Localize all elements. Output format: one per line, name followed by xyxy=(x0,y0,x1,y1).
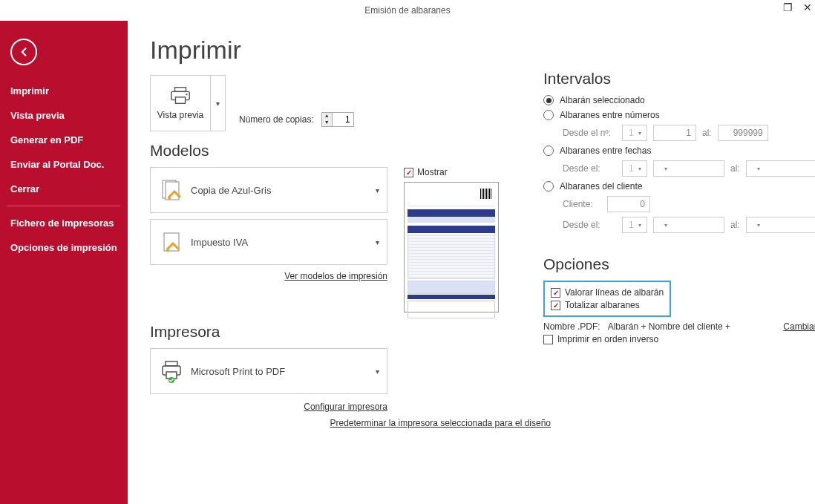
desde-fecha-label: Desde el: xyxy=(563,163,616,174)
hasta-num-input[interactable] xyxy=(718,125,768,141)
link-configurar-impresora[interactable]: Configurar impresora xyxy=(304,402,387,412)
sidebar-separator xyxy=(7,206,120,206)
preview-thumbnail[interactable] xyxy=(404,182,499,312)
svg-rect-9 xyxy=(166,361,177,366)
mostrar-label: Mostrar xyxy=(417,167,448,177)
desde-num-label: Desde el nº: xyxy=(563,128,616,138)
cliente-desde-fecha[interactable]: ▾ xyxy=(653,217,724,233)
svg-rect-5 xyxy=(166,182,179,200)
printer-ok-icon xyxy=(160,359,183,383)
svg-rect-2 xyxy=(175,97,185,103)
checkbox-valorar-label: Valorar líneas de albarán xyxy=(565,287,664,298)
vista-previa-button[interactable]: Vista previa xyxy=(151,76,210,131)
mostrar-checkbox[interactable] xyxy=(404,168,413,177)
vista-previa-split-button: Vista previa ▾ xyxy=(150,75,226,131)
chevron-down-icon: ▾ xyxy=(376,186,379,194)
link-predeterminar-impresora[interactable]: Predeterminar la impresora seleccionada … xyxy=(330,418,551,428)
modelos-heading: Modelos xyxy=(150,142,528,160)
copies-down-icon[interactable]: ▼ xyxy=(322,120,332,126)
vista-previa-label: Vista previa xyxy=(157,110,203,120)
page-title: Imprimir xyxy=(150,36,528,65)
cliente-input[interactable] xyxy=(607,196,650,212)
svg-point-3 xyxy=(186,94,187,95)
model-2-label: Impuesto IVA xyxy=(191,237,376,248)
pdf-name-value: Albarán + Nombre del cliente + xyxy=(608,321,730,332)
window-title: Emisión de albaranes xyxy=(364,5,450,16)
cliente-serie-select[interactable]: 1▾ xyxy=(622,217,647,233)
vista-previa-dropdown[interactable]: ▾ xyxy=(210,76,225,131)
sidebar-item-cerrar[interactable]: Cerrar xyxy=(0,177,128,201)
serie-fecha-select[interactable]: 1▾ xyxy=(622,160,647,177)
desde-fecha-select[interactable]: ▾ xyxy=(653,160,724,177)
window-restore-icon[interactable]: ❐ xyxy=(783,1,793,13)
impresora-heading: Impresora xyxy=(150,323,528,341)
al-fecha-label: al: xyxy=(730,163,740,174)
radio-albaran-seleccionado[interactable] xyxy=(543,95,554,105)
cliente-desde-label: Desde el: xyxy=(563,220,616,230)
svg-rect-0 xyxy=(175,88,186,92)
checkbox-totalizar-label: Totalizar albaranes xyxy=(565,300,640,310)
copies-input[interactable] xyxy=(333,113,353,126)
opciones-highlight: Valorar líneas de albarán Totalizar alba… xyxy=(543,281,671,317)
svg-point-8 xyxy=(166,249,169,252)
model-select-1[interactable]: Copia de Azul-Gris ▾ xyxy=(150,167,387,213)
sidebar-item-generar-pdf[interactable]: Generar en PDF xyxy=(0,128,128,152)
cliente-al-label: al: xyxy=(730,220,740,230)
sidebar-item-fichero-impresoras[interactable]: Fichero de impresoras xyxy=(0,211,128,235)
link-cambiar[interactable]: Cambiar xyxy=(783,321,815,332)
copies-up-icon[interactable]: ▲ xyxy=(322,113,332,120)
cliente-hasta-fecha[interactable]: ▾ xyxy=(746,217,815,233)
printer-icon xyxy=(169,86,192,105)
model-1-label: Copia de Azul-Gris xyxy=(191,185,376,196)
sidebar-item-enviar-portal[interactable]: Enviar al Portal Doc. xyxy=(0,152,128,177)
radio-entre-numeros[interactable] xyxy=(543,110,554,120)
hasta-fecha-select[interactable]: ▾ xyxy=(746,160,815,177)
sidebar-item-vista-previa[interactable]: Vista previa xyxy=(0,103,128,128)
sidebar-item-imprimir[interactable]: Imprimir xyxy=(0,79,128,103)
radio-entre-numeros-label: Albaranes entre números xyxy=(560,110,660,120)
pdf-name-label: Nombre .PDF: xyxy=(543,321,600,332)
radio-albaran-seleccionado-label: Albarán seleccionado xyxy=(560,95,645,105)
al-num-label: al: xyxy=(702,128,712,138)
checkbox-inverso[interactable] xyxy=(543,335,553,344)
model-select-2[interactable]: Impuesto IVA ▾ xyxy=(150,219,387,265)
radio-entre-fechas[interactable] xyxy=(543,145,554,156)
printer-select[interactable]: Microsoft Print to PDF ▾ xyxy=(150,348,387,394)
copies-stepper[interactable]: ▲ ▼ xyxy=(321,112,354,127)
checkbox-inverso-label: Imprimir en orden inverso xyxy=(557,334,658,344)
serie-num-select[interactable]: 1▾ xyxy=(622,125,647,141)
radio-del-cliente-label: Albaranes del cliente xyxy=(560,181,642,192)
radio-del-cliente[interactable] xyxy=(543,181,554,192)
title-bar: Emisión de albaranes ❐ ✕ xyxy=(0,0,815,21)
sidebar-item-opciones-impresion[interactable]: Opciones de impresión xyxy=(0,235,128,260)
arrow-left-icon xyxy=(17,45,30,59)
link-ver-modelos[interactable]: Ver modelos de impresión xyxy=(284,271,387,281)
document-icon xyxy=(160,230,183,254)
window-close-icon[interactable]: ✕ xyxy=(803,1,812,13)
back-button[interactable] xyxy=(10,39,37,65)
printer-label: Microsoft Print to PDF xyxy=(191,366,376,377)
chevron-down-icon: ▾ xyxy=(376,367,379,376)
chevron-down-icon: ▾ xyxy=(376,238,379,246)
copies-label: Número de copias: xyxy=(239,114,314,125)
radio-entre-fechas-label: Albaranes entre fechas xyxy=(560,145,651,156)
document-icon xyxy=(160,178,183,202)
checkbox-totalizar[interactable] xyxy=(551,301,560,310)
cliente-label: Cliente: xyxy=(563,199,601,209)
svg-point-6 xyxy=(168,197,171,200)
checkbox-valorar[interactable] xyxy=(551,288,560,298)
opciones-heading: Opciones xyxy=(543,255,815,273)
intervalos-heading: Intervalos xyxy=(543,70,815,88)
sidebar: Imprimir Vista previa Generar en PDF Env… xyxy=(0,21,128,504)
desde-num-input[interactable] xyxy=(653,125,696,141)
